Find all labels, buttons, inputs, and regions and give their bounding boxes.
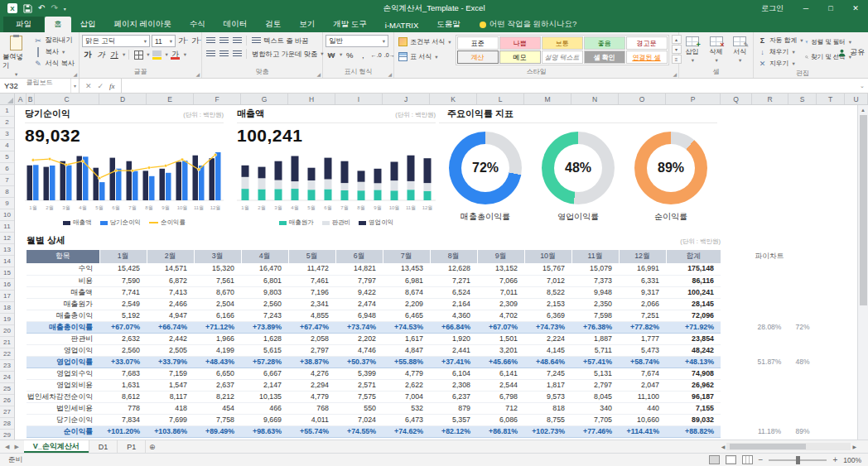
row-header-21[interactable]: 21 [0,337,14,348]
cell[interactable]: +48.64% [524,356,571,368]
row-label[interactable]: 판관비 [27,333,99,344]
cell[interactable]: 9,317 [619,286,666,298]
cell[interactable]: 2,202 [335,333,383,344]
clipboard-dialog-launcher[interactable]: ◢ [73,71,77,77]
ribbon-tab-보기[interactable]: 보기 [290,17,324,32]
cell[interactable]: 6,331 [619,275,666,286]
cell[interactable]: 2,571 [335,379,383,391]
cell[interactable]: 2,632 [99,333,147,344]
horizontal-scrollbar-thumb[interactable] [730,444,806,449]
sheet-tab-P1[interactable]: P1 [118,440,146,453]
cell[interactable]: 6,667 [241,368,288,379]
cell[interactable]: 1,617 [383,333,430,344]
cell[interactable]: 9,803 [241,286,288,298]
cell-style-표준[interactable]: 표준 [457,36,499,50]
cell[interactable]: +74.55% [335,425,383,437]
align-top-button[interactable] [205,35,216,46]
cell[interactable]: 7,598 [571,310,619,321]
column-header-Q[interactable]: Q [721,94,752,104]
cell[interactable]: 4,702 [477,310,524,321]
cell[interactable]: 7,674 [619,368,666,379]
column-header-L[interactable]: L [477,94,524,104]
row-header-6[interactable]: 6 [0,163,14,175]
cell[interactable]: +102.73% [524,425,571,437]
cell[interactable]: 7,699 [147,414,194,425]
cell[interactable]: 440 [619,402,666,414]
increase-decimal-button[interactable]: ←.0 [370,49,382,60]
page-layout-view-icon[interactable] [726,455,736,464]
row-header-2[interactable]: 2 [0,117,14,128]
cell[interactable]: 1,920 [430,333,477,344]
cell[interactable]: 5,131 [571,368,619,379]
format-cells-button[interactable]: 서식▾ [729,35,750,64]
column-header-C[interactable]: C [35,94,99,104]
tell-me-box[interactable]: 어떤 작업을 원하시나요? [480,19,577,32]
cell[interactable]: 7,243 [241,310,288,321]
cell-style-메모[interactable]: 메모 [499,50,541,64]
cell[interactable]: 2,474 [335,298,383,310]
cell[interactable]: 2,505 [147,344,194,356]
column-header-O[interactable]: O [619,94,666,104]
sheet-nav-right-icon[interactable]: ▶ [14,444,18,450]
cell[interactable]: +114.41% [619,425,666,437]
cell[interactable]: 6,524 [430,286,477,298]
align-center-button[interactable] [218,48,229,60]
row-label[interactable]: 영업이익 [27,344,99,356]
cell[interactable]: +67.47% [288,321,335,333]
cell[interactable]: +71.92% [666,321,721,333]
cell[interactable]: 89,032 [666,414,721,425]
row-header-7[interactable]: 7 [0,175,14,186]
cell[interactable]: 2,549 [99,298,147,310]
cell[interactable]: 6,086 [477,414,524,425]
cell[interactable]: 8,212 [194,391,241,402]
font-size-select[interactable]: 11▾ [152,35,176,47]
number-format-select[interactable]: 일반▾ [326,35,388,47]
cell[interactable]: 10,660 [619,414,666,425]
cell[interactable]: 8,522 [524,286,571,298]
paste-button[interactable]: 붙여넣기 ▾ [2,35,30,78]
comma-style-button[interactable]: , [357,49,369,60]
fill-button[interactable]: ↓채우기▾ [756,46,801,57]
cell[interactable]: 7,066 [477,275,524,286]
cell[interactable]: 818 [524,402,571,414]
cell[interactable]: +66.74% [147,321,194,333]
cell[interactable]: 532 [383,402,430,414]
cell[interactable]: 5,399 [335,368,383,379]
clear-button[interactable]: ✕지우기▾ [756,58,801,69]
cell[interactable]: 2,466 [147,298,194,310]
row-label[interactable]: 매출총이익 [27,310,99,321]
cell[interactable]: 74,908 [666,368,721,379]
cell[interactable]: +74.62% [383,425,430,437]
cell[interactable]: +67.07% [99,321,147,333]
cell[interactable]: +55.88% [383,356,430,368]
column-header-B[interactable]: B [27,94,35,104]
cell[interactable]: 1,887 [571,333,619,344]
cell[interactable]: 1,777 [619,333,666,344]
cell[interactable]: 14,821 [335,263,383,275]
cell-style-연결된 셀[interactable]: 연결된 셀 [626,50,668,64]
cell[interactable]: 7,683 [99,368,147,379]
customize-qat-caret-icon[interactable]: ▾ [64,6,66,12]
cell[interactable]: 8,670 [194,286,241,298]
zoom-out-icon[interactable]: − [759,455,764,464]
zoom-level[interactable]: 100% [843,456,861,464]
cell[interactable]: 1,501 [477,333,524,344]
merge-center-button[interactable]: 병합하고 가운데 맞춤▾ [250,49,326,60]
cell[interactable]: 4,779 [288,391,335,402]
cell[interactable]: 4,199 [194,344,241,356]
row-header-12[interactable]: 12 [0,233,14,244]
cell[interactable]: +57.28% [241,356,288,368]
zoom-slider[interactable] [769,459,827,461]
ribbon-tab-수식[interactable]: 수식 [181,17,215,32]
cell-style-좋음[interactable]: 좋음 [584,36,625,50]
align-left-button[interactable] [205,48,216,60]
styles-dialog-launcher[interactable]: ◢ [673,71,677,77]
cell[interactable]: +33.79% [147,356,194,368]
cell[interactable]: 10,135 [241,391,288,402]
cell[interactable]: 6,166 [194,310,241,321]
row-label[interactable]: 비용 [27,275,99,286]
expand-formula-bar-icon[interactable]: ⌄ [856,79,868,93]
cell[interactable]: 2,224 [524,333,571,344]
cell[interactable]: 23,854 [666,333,721,344]
italic-button[interactable]: 가 [95,49,107,60]
